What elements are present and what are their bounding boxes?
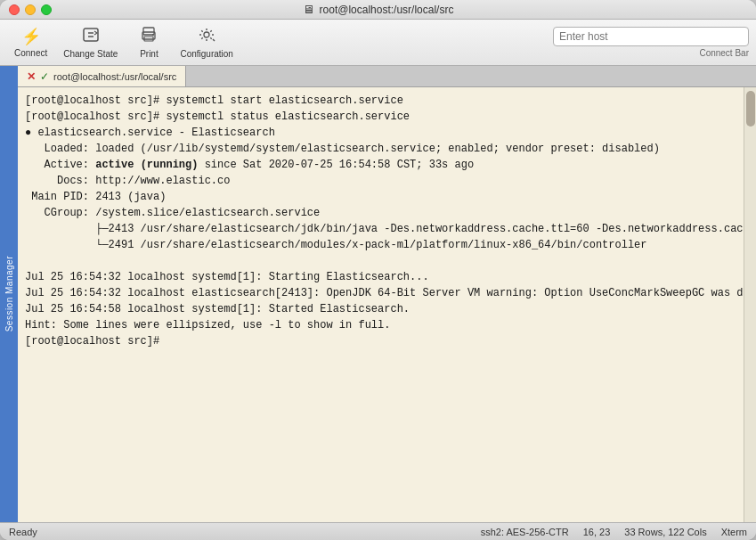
status-ready: Ready: [9, 527, 481, 537]
session-manager-sidebar: Session Manager: [0, 66, 18, 522]
configuration-icon: [198, 27, 215, 47]
change-state-button[interactable]: Change State: [56, 23, 125, 62]
term-line-1: [root@localhost src]# systemctl start el…: [25, 94, 744, 348]
main-window: 🖥 root@localhost:/usr/local/src ⚡ Connec…: [0, 0, 756, 540]
connect-bar-label: Connect Bar: [699, 48, 749, 58]
host-input-container: Connect Bar: [553, 27, 749, 58]
status-bar: Ready ssh2: AES-256-CTR 16, 23 33 Rows, …: [0, 522, 756, 540]
connect-button[interactable]: ⚡ Connect: [7, 23, 54, 61]
status-dimensions: 33 Rows, 122 Cols: [624, 527, 706, 537]
window-title-area: 🖥 root@localhost:/usr/local/src: [303, 3, 454, 16]
connect-label: Connect: [14, 48, 47, 58]
title-icon: 🖥: [303, 3, 314, 16]
status-position: 16, 23: [583, 527, 611, 537]
status-ssh-info: ssh2: AES-256-CTR: [481, 527, 569, 537]
session-tab[interactable]: ✕ ✓ root@localhost:/usr/local/src: [18, 66, 186, 86]
svg-point-5: [204, 32, 209, 37]
connect-icon: ⚡: [21, 27, 41, 46]
titlebar: 🖥 root@localhost:/usr/local/src: [0, 0, 756, 20]
configuration-button[interactable]: Configuration: [173, 23, 240, 62]
maximize-button[interactable]: [41, 4, 52, 15]
traffic-lights: [9, 4, 52, 15]
change-state-label: Change State: [63, 49, 118, 59]
status-right: ssh2: AES-256-CTR 16, 23 33 Rows, 122 Co…: [481, 527, 747, 537]
session-manager-label: Session Manager: [4, 256, 14, 331]
tab-check-icon: ✓: [40, 70, 49, 83]
status-term-type: Xterm: [721, 527, 747, 537]
print-button[interactable]: Print: [126, 23, 171, 62]
configuration-label: Configuration: [180, 49, 232, 59]
tab-bar: ✕ ✓ root@localhost:/usr/local/src: [18, 66, 756, 87]
tab-close-icon[interactable]: ✕: [27, 70, 36, 83]
toolbar: ⚡ Connect Change State: [0, 20, 756, 66]
sessions-area: ✕ ✓ root@localhost:/usr/local/src [root@…: [18, 66, 756, 522]
host-input[interactable]: [553, 27, 749, 46]
change-state-icon: [82, 27, 100, 47]
svg-rect-1: [143, 28, 154, 35]
svg-point-4: [152, 34, 154, 36]
svg-rect-0: [84, 29, 98, 41]
tab-title: root@localhost:/usr/local/src: [53, 71, 176, 82]
terminal-wrapper: [root@localhost src]# systemctl start el…: [18, 87, 756, 522]
print-label: Print: [140, 49, 159, 59]
window-title: root@localhost:/usr/local/src: [320, 4, 454, 16]
terminal[interactable]: [root@localhost src]# systemctl start el…: [18, 87, 744, 522]
terminal-scrollbar[interactable]: [744, 87, 756, 522]
scrollbar-thumb[interactable]: [746, 91, 755, 127]
close-button[interactable]: [9, 4, 20, 15]
minimize-button[interactable]: [25, 4, 36, 15]
print-icon: [140, 27, 158, 47]
main-area: Session Manager ✕ ✓ root@localhost:/usr/…: [0, 66, 756, 522]
